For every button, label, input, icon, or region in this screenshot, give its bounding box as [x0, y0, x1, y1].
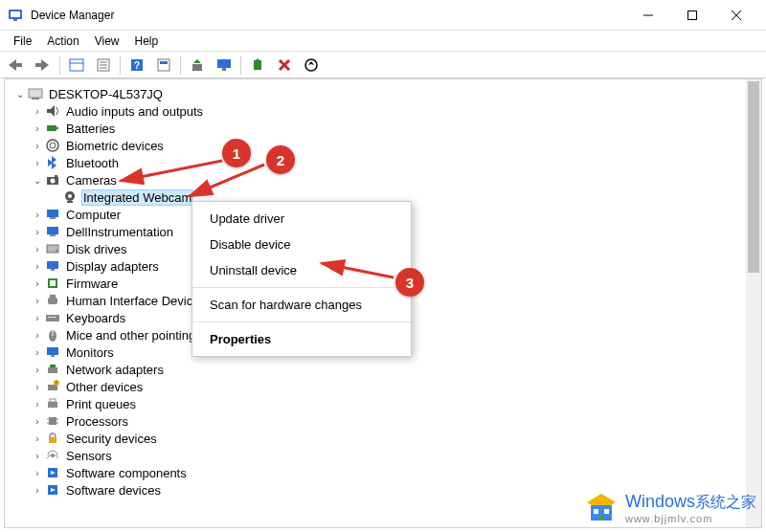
- tree-node-battery[interactable]: ›Batteries: [7, 120, 759, 137]
- svg-rect-57: [46, 315, 59, 321]
- svg-point-40: [51, 179, 56, 184]
- tree-toggle[interactable]: ›: [32, 296, 43, 306]
- tree-node-cpu[interactable]: ›Processors: [7, 412, 759, 430]
- svg-rect-1: [11, 11, 20, 17]
- annotation-badge-1: 1: [222, 139, 251, 167]
- tree-toggle[interactable]: ›: [32, 365, 43, 375]
- forward-button[interactable]: [31, 55, 56, 76]
- tree-toggle[interactable]: ›: [32, 485, 43, 496]
- enable-device-button[interactable]: [245, 55, 270, 76]
- context-menu-item[interactable]: Scan for hardware changes: [192, 292, 411, 318]
- tree-node-network[interactable]: ›Network adapters: [7, 361, 759, 378]
- tree-toggle[interactable]: ⌄: [14, 89, 26, 100]
- bluetooth-icon: [45, 155, 60, 170]
- context-menu-item[interactable]: Properties: [192, 326, 411, 352]
- watermark-line1: Windows系统之家: [625, 492, 756, 513]
- tree-label: Processors: [64, 414, 130, 429]
- menu-view[interactable]: View: [87, 33, 127, 50]
- context-menu-item[interactable]: Update driver: [192, 206, 411, 232]
- softdev-icon: [45, 482, 60, 498]
- tree-node-sensor[interactable]: ›Sensors: [7, 447, 759, 464]
- root-icon: [28, 86, 43, 101]
- tree-toggle[interactable]: ›: [32, 261, 43, 272]
- tree-node-bluetooth[interactable]: ›Bluetooth: [7, 154, 759, 171]
- tree-label: Keyboards: [64, 311, 127, 325]
- svg-rect-66: [50, 365, 56, 367]
- tree-toggle[interactable]: ›: [32, 347, 43, 358]
- help-button-2[interactable]: [151, 55, 176, 76]
- tree-toggle[interactable]: ›: [32, 123, 43, 134]
- tree-toggle[interactable]: ›: [32, 330, 43, 341]
- tree-toggle[interactable]: ›: [32, 278, 43, 289]
- tree-node-other[interactable]: ›!Other devices: [7, 378, 759, 395]
- context-menu-item[interactable]: Disable device: [192, 232, 411, 257]
- tree-node-biometric[interactable]: ›Biometric devices: [7, 137, 759, 154]
- svg-marker-22: [193, 59, 201, 63]
- svg-point-36: [47, 140, 58, 151]
- svg-point-37: [50, 143, 56, 148]
- tree-toggle[interactable]: ›: [32, 451, 43, 461]
- tree-toggle[interactable]: ›: [32, 106, 43, 117]
- tree-node-software[interactable]: ›Software components: [7, 464, 759, 481]
- cpu-icon: [45, 413, 60, 429]
- svg-rect-65: [48, 367, 57, 373]
- tree-toggle[interactable]: ›: [32, 382, 43, 392]
- svg-rect-58: [48, 317, 50, 318]
- svg-point-50: [56, 250, 57, 252]
- tree-toggle[interactable]: ›: [32, 468, 43, 478]
- maximize-button[interactable]: [670, 0, 714, 31]
- tree-toggle[interactable]: ›: [32, 399, 43, 410]
- titlebar: Device Manager: [0, 0, 766, 31]
- scan-monitor-button[interactable]: [212, 55, 237, 76]
- tree-toggle[interactable]: ›: [32, 227, 43, 237]
- help-button-1[interactable]: ?: [124, 55, 149, 76]
- tree-toggle[interactable]: ›: [32, 313, 43, 323]
- menubar: File Action View Help: [0, 31, 766, 52]
- annotation-badge-3: 3: [395, 268, 424, 297]
- keyboard-icon: [45, 310, 60, 325]
- back-button[interactable]: [4, 55, 29, 76]
- vertical-scrollbar[interactable]: [746, 79, 761, 527]
- context-menu-separator: [192, 321, 411, 322]
- svg-rect-8: [16, 63, 22, 67]
- svg-marker-30: [308, 61, 314, 65]
- tree-toggle[interactable]: ›: [32, 158, 43, 168]
- update-driver-button[interactable]: [185, 55, 210, 76]
- tree-label: Sensors: [64, 449, 114, 463]
- other-icon: !: [45, 379, 60, 394]
- menu-action[interactable]: Action: [39, 33, 86, 50]
- svg-rect-2: [13, 19, 17, 21]
- uninstall-device-button[interactable]: [272, 55, 297, 76]
- scrollbar-thumb[interactable]: [748, 81, 759, 273]
- menu-file[interactable]: File: [6, 33, 39, 50]
- minimize-button[interactable]: [626, 0, 670, 31]
- tree-toggle[interactable]: ›: [32, 416, 43, 427]
- app-icon: [8, 8, 23, 23]
- tree-node-printer[interactable]: ›Print queues: [7, 395, 759, 412]
- scan-hardware-button[interactable]: [299, 55, 324, 76]
- context-menu-item[interactable]: Uninstall device: [192, 257, 411, 283]
- tree-root[interactable]: ⌄DESKTOP-4L537JQ: [7, 85, 759, 102]
- properties-button[interactable]: [91, 55, 116, 76]
- tree-node-audio[interactable]: ›Audio inputs and outputs: [7, 102, 759, 120]
- audio-icon: [45, 103, 60, 119]
- svg-rect-47: [47, 227, 58, 234]
- show-hidden-button[interactable]: [64, 55, 89, 76]
- annotation-badge-2: 2: [266, 145, 295, 174]
- window-title: Device Manager: [31, 9, 626, 22]
- svg-point-43: [68, 194, 72, 198]
- tree-toggle[interactable]: ›: [32, 244, 43, 255]
- tree-node-camera[interactable]: ⌄Cameras: [7, 171, 759, 188]
- tree-toggle[interactable]: ›: [32, 141, 43, 151]
- tree-toggle[interactable]: ›: [32, 433, 43, 444]
- mouse-icon: [45, 327, 60, 343]
- tree-toggle[interactable]: ⌄: [32, 175, 43, 186]
- tree-node-security[interactable]: ›Security devices: [7, 430, 759, 447]
- toolbar-separator: [180, 55, 181, 75]
- menu-help[interactable]: Help: [127, 33, 167, 50]
- svg-rect-34: [47, 125, 56, 131]
- svg-rect-55: [48, 298, 57, 304]
- tree-toggle[interactable]: ›: [32, 210, 43, 220]
- close-button[interactable]: [714, 0, 758, 31]
- battery-icon: [45, 121, 60, 136]
